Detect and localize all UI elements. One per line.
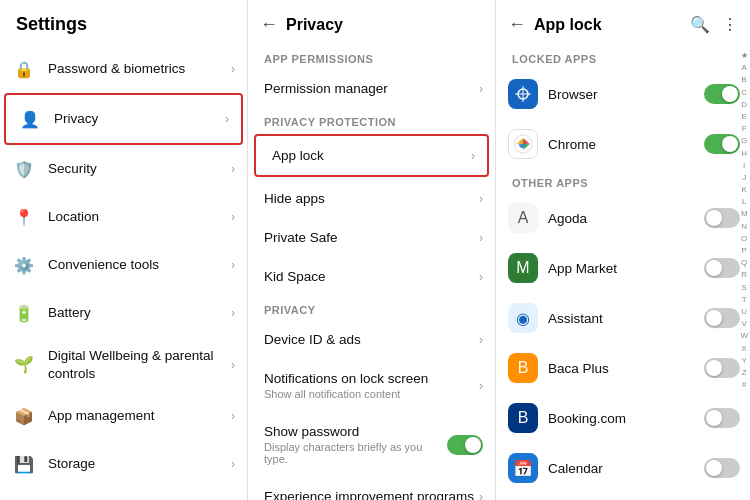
app-name-calendar: Calendar <box>548 461 704 476</box>
chevron-icon: › <box>231 457 235 471</box>
toggle-calendar[interactable] <box>704 458 740 478</box>
applock-item-assistant[interactable]: ◉ Assistant <box>496 293 750 343</box>
toggle-appmarket[interactable] <box>704 258 740 278</box>
toggle-assistant[interactable] <box>704 308 740 328</box>
applock-item-agoda[interactable]: A Agoda <box>496 193 750 243</box>
privacy-item-privatesafe[interactable]: Private Safe › <box>248 218 495 257</box>
sidebar-item-security[interactable]: 🛡️ Security › <box>0 145 247 193</box>
privacy-back-button[interactable]: ← <box>260 14 278 35</box>
settings-item-label-wellbeing: Digital Wellbeing & parental controls <box>48 347 231 382</box>
settings-title: Settings <box>16 14 87 34</box>
privacy-header: ← Privacy <box>248 0 495 45</box>
alpha-letter-N[interactable]: N <box>741 221 747 232</box>
alpha-letter-T[interactable]: T <box>742 294 747 305</box>
toggle-showpassword[interactable] <box>447 435 483 455</box>
privacy-item-text-showpassword: Show password Display characters briefly… <box>264 424 447 465</box>
privacy-item-text-kidspace: Kid Space <box>264 269 479 284</box>
search-icon[interactable]: 🔍 <box>690 15 710 34</box>
alpha-letter-W[interactable]: W <box>740 330 748 341</box>
sidebar-item-privacy[interactable]: 👤 Privacy › <box>4 93 243 145</box>
sidebar-item-battery[interactable]: 🔋 Battery › <box>0 289 247 337</box>
sidebar-item-wellbeing[interactable]: 🌱 Digital Wellbeing & parental controls … <box>0 337 247 392</box>
sidebar-item-additional[interactable]: ⚙️ Additional settings › <box>0 488 247 500</box>
alpha-letter-Z[interactable]: Z <box>742 367 747 378</box>
privacy-item-notifications[interactable]: Notifications on lock screen Show all no… <box>248 359 495 412</box>
toggle-agoda[interactable] <box>704 208 740 228</box>
privacy-item-permission[interactable]: Permission manager › <box>248 69 495 108</box>
toggle-thumb <box>706 460 722 476</box>
privacy-panel: ← Privacy APP PERMISSIONS Permission man… <box>248 0 496 500</box>
toggle-browser[interactable] <box>704 84 740 104</box>
app-name-bacaplus: Baca Plus <box>548 361 704 376</box>
alpha-letter-D[interactable]: D <box>741 99 747 110</box>
applock-item-clonephone[interactable]: C Clone Phone <box>496 493 750 500</box>
alpha-letter-M[interactable]: M <box>741 208 748 219</box>
toggle-bacaplus[interactable] <box>704 358 740 378</box>
chevron-icon: › <box>231 210 235 224</box>
alpha-letter-Y[interactable]: Y <box>742 355 747 366</box>
privacy-item-title-deviceid: Device ID & ads <box>264 332 479 347</box>
alpha-letter-O[interactable]: O <box>741 233 747 244</box>
app-icon-appmarket: M <box>508 253 538 283</box>
section-label-privacy: PRIVACY <box>248 296 495 320</box>
settings-item-label-storage: Storage <box>48 455 231 473</box>
privacy-item-showpassword[interactable]: Show password Display characters briefly… <box>248 412 495 477</box>
chevron-icon: › <box>479 231 483 245</box>
privacy-item-kidspace[interactable]: Kid Space › <box>248 257 495 296</box>
applock-item-booking[interactable]: B Booking.com <box>496 393 750 443</box>
sidebar-item-appmanagement[interactable]: 📦 App management › <box>0 392 247 440</box>
alphabet-sidebar[interactable]: ★ABCDEFGHIJKLMNOPQRSTUVWXYZ# <box>740 50 750 390</box>
chevron-icon: › <box>231 306 235 320</box>
more-options-icon[interactable]: ⋮ <box>722 15 738 34</box>
alpha-letter-U[interactable]: U <box>741 306 747 317</box>
applock-item-browser[interactable]: Browser <box>496 69 750 119</box>
alpha-letter-P[interactable]: P <box>742 245 747 256</box>
applock-item-chrome[interactable]: Chrome <box>496 119 750 169</box>
sidebar-item-storage[interactable]: 💾 Storage › <box>0 440 247 488</box>
alpha-letter-V[interactable]: V <box>742 318 747 329</box>
alpha-letter-S[interactable]: S <box>742 282 747 293</box>
privacy-item-experience[interactable]: Experience improvement programs › <box>248 477 495 500</box>
applock-item-appmarket[interactable]: M App Market <box>496 243 750 293</box>
applock-back-button[interactable]: ← <box>508 14 526 35</box>
alpha-letter-K[interactable]: K <box>742 184 747 195</box>
privacy-item-deviceid[interactable]: Device ID & ads › <box>248 320 495 359</box>
app-name-chrome: Chrome <box>548 137 704 152</box>
sidebar-item-convenience[interactable]: ⚙️ Convenience tools › <box>0 241 247 289</box>
alpha-letter-Q[interactable]: Q <box>741 257 747 268</box>
toggle-booking[interactable] <box>704 408 740 428</box>
privacy-title: Privacy <box>286 16 343 34</box>
toggle-chrome[interactable] <box>704 134 740 154</box>
alpha-letter-X[interactable]: X <box>742 343 747 354</box>
chevron-icon: › <box>479 379 483 393</box>
settings-item-icon-convenience: ⚙️ <box>10 251 38 279</box>
applock-section-locked-apps: LOCKED APPS <box>496 45 750 69</box>
alpha-letter-A[interactable]: A <box>742 62 747 73</box>
applock-item-calendar[interactable]: 📅 Calendar <box>496 443 750 493</box>
alpha-letter-B[interactable]: B <box>742 74 747 85</box>
alpha-letter-C[interactable]: C <box>741 87 747 98</box>
privacy-item-title-showpassword: Show password <box>264 424 447 439</box>
alpha-letter-★[interactable]: ★ <box>741 50 748 61</box>
settings-item-label-battery: Battery <box>48 304 231 322</box>
app-name-browser: Browser <box>548 87 704 102</box>
privacy-item-title-kidspace: Kid Space <box>264 269 479 284</box>
alpha-letter-H[interactable]: H <box>741 148 747 159</box>
alpha-letter-J[interactable]: J <box>742 172 746 183</box>
alpha-letter-F[interactable]: F <box>742 123 747 134</box>
alpha-letter-L[interactable]: L <box>742 196 746 207</box>
app-icon-agoda: A <box>508 203 538 233</box>
privacy-item-hideapps[interactable]: Hide apps › <box>248 179 495 218</box>
sidebar-item-password[interactable]: 🔒 Password & biometrics › <box>0 45 247 93</box>
alpha-letter-E[interactable]: E <box>742 111 747 122</box>
applock-section-other-apps: OTHER APPS <box>496 169 750 193</box>
privacy-item-applock[interactable]: App lock › <box>254 134 489 177</box>
alpha-letter-R[interactable]: R <box>741 269 747 280</box>
chevron-icon: › <box>225 112 229 126</box>
alpha-letter-#[interactable]: # <box>742 379 746 390</box>
sidebar-item-location[interactable]: 📍 Location › <box>0 193 247 241</box>
alpha-letter-I[interactable]: I <box>743 160 745 171</box>
alpha-letter-G[interactable]: G <box>741 135 747 146</box>
applock-item-bacaplus[interactable]: B Baca Plus <box>496 343 750 393</box>
privacy-item-text-permission: Permission manager <box>264 81 479 96</box>
